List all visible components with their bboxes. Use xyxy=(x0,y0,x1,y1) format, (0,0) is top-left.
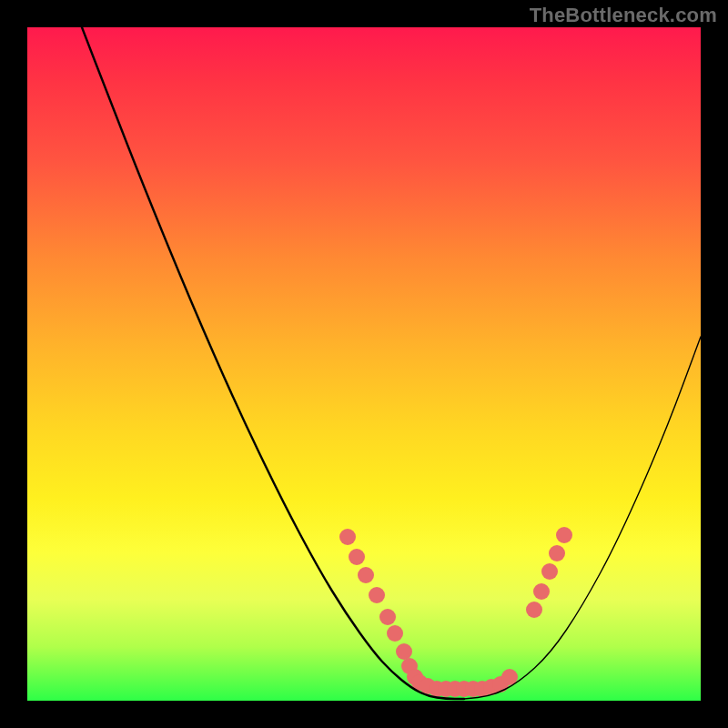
highlight-dot xyxy=(358,567,374,583)
highlight-dot xyxy=(556,527,572,543)
highlight-dot xyxy=(533,583,550,600)
highlight-dot xyxy=(387,625,403,642)
curve-right xyxy=(464,337,701,699)
outer-frame: TheBottleneck.com xyxy=(0,0,728,728)
attribution-text: TheBottleneck.com xyxy=(530,4,717,27)
plot-area xyxy=(27,27,701,701)
chart-svg xyxy=(27,27,701,701)
highlight-dot xyxy=(396,643,412,660)
highlight-dot xyxy=(541,563,558,580)
highlight-dot xyxy=(339,529,356,545)
scatter-highlight xyxy=(339,527,572,697)
curve-left xyxy=(82,27,464,699)
highlight-dot xyxy=(379,609,396,625)
highlight-dot xyxy=(349,549,365,565)
highlight-dot xyxy=(549,545,565,561)
highlight-dot xyxy=(526,602,542,618)
highlight-dot xyxy=(369,587,385,603)
